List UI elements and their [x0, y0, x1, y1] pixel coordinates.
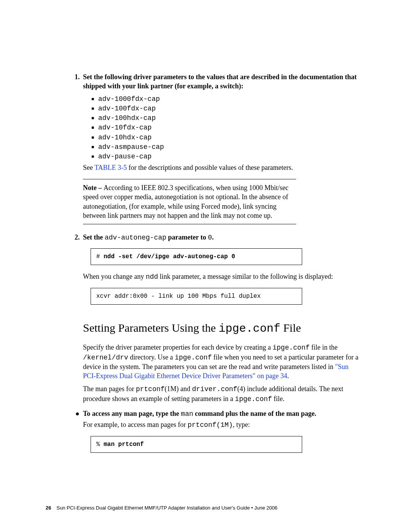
inline-code: ipge.conf [272, 344, 309, 351]
procedure-bullet: ●To access any man page, type the man co… [75, 409, 362, 419]
param-code: adv-100hdx-cap [98, 114, 156, 122]
param-code: adv-10fdx-cap [98, 124, 151, 131]
note-label: Note – [83, 184, 104, 192]
param-code: adv-asmpause-cap [98, 143, 164, 151]
output-text: xcvr addr:0x00 - link up 100 Mbps full d… [96, 293, 261, 300]
step-1: 1.Set the following driver parameters to… [83, 72, 362, 91]
footer-text: Sun PCI-Express Dual Gigabit Ethernet MM… [56, 505, 277, 511]
section-heading: Setting Parameters Using the ipge.conf F… [83, 321, 362, 336]
note-text: According to IEEE 802.3 specifications, … [83, 184, 288, 219]
output-box: xcvr addr:0x00 - link up 100 Mbps full d… [91, 288, 302, 305]
param-code: adv-10hdx-cap [98, 134, 151, 141]
inline-code: prtconf [136, 385, 165, 393]
see-line: See TABLE 3-5 for the descriptions and p… [83, 163, 362, 172]
step-number: 1. [75, 72, 83, 81]
table-reference-link[interactable]: TABLE 3-5 [94, 164, 127, 171]
step-1-lead: Set the following driver parameters to t… [83, 73, 357, 90]
inline-code: man [181, 410, 193, 418]
step-number: 2. [75, 233, 83, 242]
param-code: adv-100fdx-cap [98, 105, 156, 112]
page-footer: 26Sun PCI-Express Dual Gigabit Ethernet … [46, 505, 277, 511]
list-item: adv-pause-cap [91, 152, 362, 161]
step-2: 2.Set the adv-autoneg-cap parameter to 0… [83, 233, 362, 242]
parameter-list: adv-1000fdx-cap adv-100fdx-cap adv-100hd… [91, 94, 362, 161]
see-post: for the descriptions and possible values… [127, 164, 293, 171]
inline-code: ndd [146, 273, 158, 281]
inline-code: ipge.conf [175, 354, 212, 361]
inline-code: ipge.conf [219, 322, 280, 335]
command-text: man prtconf [104, 441, 144, 448]
page-number: 26 [46, 505, 51, 511]
command-text: ndd -set /dev/ipge adv-autoneg-cap 0 [104, 253, 235, 260]
list-item: adv-100fdx-cap [91, 104, 362, 113]
inline-code: 0 [208, 234, 212, 241]
shell-prompt: # [96, 253, 104, 260]
inline-code: adv-autoneg-cap [105, 234, 166, 241]
bullet-icon: ● [75, 409, 83, 418]
shell-prompt: % [96, 441, 104, 448]
section-p1: Specify the driver parameter properties … [83, 343, 362, 380]
list-item: adv-100hdx-cap [91, 113, 362, 123]
bullet-body: For example, to access man pages for prt… [83, 420, 362, 430]
section-p2: The man pages for prtconf(1M) and driver… [83, 384, 362, 404]
command-box: # ndd -set /dev/ipge adv-autoneg-cap 0 [91, 248, 302, 265]
step-2-after: When you change any ndd link parameter, … [83, 272, 362, 281]
list-item: adv-1000fdx-cap [91, 94, 362, 104]
note-box: Note – According to IEEE 802.3 specifica… [83, 179, 296, 224]
param-code: adv-1000fdx-cap [98, 95, 160, 103]
inline-code: prtconf(1M) [188, 421, 233, 429]
inline-code: ipge.conf [235, 395, 272, 403]
bullet-lead-text: To access any man page, type the man com… [83, 410, 316, 417]
inline-code: /kernel/drv [83, 354, 128, 361]
document-page: 1.Set the following driver parameters to… [0, 0, 411, 532]
step-2-lead: Set the adv-autoneg-cap parameter to 0. [83, 233, 213, 241]
see-pre: See [83, 164, 94, 171]
list-item: adv-asmpause-cap [91, 142, 362, 152]
list-item: adv-10hdx-cap [91, 133, 362, 142]
inline-code: driver.conf [192, 385, 237, 393]
list-item: adv-10fdx-cap [91, 123, 362, 132]
param-code: adv-pause-cap [98, 153, 151, 160]
command-box: % man prtconf [91, 436, 302, 453]
